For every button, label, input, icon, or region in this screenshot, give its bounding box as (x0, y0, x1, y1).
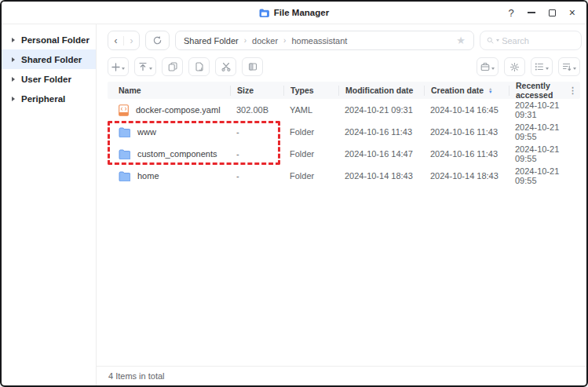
paste-icon (195, 62, 204, 71)
yaml-file-icon (119, 104, 129, 116)
sort-icon (562, 62, 572, 71)
file-accessed: 2024-10-21 09:31 (509, 100, 580, 119)
items-count-label: 4 Items in total (108, 371, 165, 381)
breadcrumb-separator-icon: › (244, 36, 247, 45)
file-type: Folder (283, 171, 338, 181)
close-button[interactable]: × (569, 7, 575, 18)
column-options-icon[interactable]: ⋮ (568, 86, 580, 96)
breadcrumb: Shared Folder › docker › homeassistant ★ (175, 31, 474, 50)
column-header-modification-date[interactable]: Modification date (338, 86, 424, 96)
breadcrumb-segment-docker[interactable]: docker (252, 36, 278, 46)
paste-button[interactable] (188, 57, 210, 76)
copy-icon (168, 62, 177, 71)
history-buttons: ‹ › (108, 31, 140, 50)
caret-down-icon (546, 68, 549, 70)
file-created: 2024-10-16 11:43 (424, 127, 509, 137)
file-table: Name Size Types Modification date Creati… (108, 82, 580, 366)
favorite-star-icon[interactable]: ★ (456, 35, 466, 46)
table-row-custom-components[interactable]: custom_components - Folder 2024-10-16 14… (108, 143, 580, 165)
chevron-right-icon[interactable] (12, 77, 15, 82)
file-accessed: 2024-10-21 09:55 (509, 166, 580, 185)
file-type: YAML (283, 105, 338, 115)
tools-button[interactable] (477, 57, 499, 76)
breadcrumb-segment-shared-folder[interactable]: Shared Folder (184, 36, 239, 46)
view-mode-button[interactable] (531, 57, 553, 76)
cut-scissors-icon (221, 62, 231, 71)
column-header-creation-date[interactable]: Creation date ▲ ▼ (424, 86, 509, 96)
file-created: 2024-10-14 16:45 (424, 105, 509, 115)
table-row-docker-compose-yaml[interactable]: docker-compose.yaml 302.00B YAML 2024-10… (108, 99, 580, 121)
file-modified: 2024-10-16 14:47 (338, 149, 424, 159)
window-controls: ? × (509, 7, 586, 18)
plus-icon (111, 63, 120, 71)
upload-icon (138, 62, 148, 71)
file-name: docker-compose.yaml (136, 105, 221, 115)
chevron-right-icon[interactable] (12, 57, 15, 62)
rename-button[interactable] (242, 57, 263, 76)
column-header-size[interactable]: Size (230, 86, 283, 96)
file-name: www (137, 127, 156, 137)
list-view-icon (535, 62, 544, 71)
chevron-right-icon[interactable] (12, 97, 15, 101)
toolbox-icon (480, 62, 490, 71)
upload-button[interactable] (134, 57, 156, 76)
column-header-name[interactable]: Name (108, 86, 230, 95)
folder-icon (119, 171, 130, 181)
caret-down-icon (122, 68, 125, 70)
caret-down-icon (573, 68, 576, 70)
file-size: 302.00B (230, 105, 283, 115)
main-panel: ‹ › Shared Folder › docker › homeassista… (97, 24, 586, 385)
gear-icon (509, 62, 520, 72)
sort-button[interactable] (558, 57, 580, 76)
cut-button[interactable] (215, 57, 236, 76)
sidebar-item-label: Shared Folder (21, 55, 82, 64)
back-button[interactable]: ‹ (108, 35, 123, 46)
search-scope-caret-icon[interactable] (496, 39, 499, 42)
title-bar: File Manager ? × (2, 2, 586, 24)
folder-icon (119, 127, 130, 137)
column-header-label: Recently accessed (516, 81, 568, 100)
file-modified: 2024-10-21 09:31 (338, 105, 424, 115)
table-body: docker-compose.yaml 302.00B YAML 2024-10… (108, 99, 580, 366)
sidebar-item-label: Peripheral (21, 94, 65, 104)
refresh-button[interactable] (145, 31, 170, 50)
help-button[interactable]: ? (509, 8, 514, 18)
file-modified: 2024-10-14 18:43 (338, 171, 424, 181)
search-icon (487, 36, 494, 45)
sidebar-item-peripheral[interactable]: Peripheral (2, 89, 96, 108)
settings-button[interactable] (504, 57, 525, 76)
table-row-www[interactable]: www - Folder 2024-10-16 11:43 2024-10-16… (108, 121, 580, 143)
caret-down-icon (149, 68, 152, 70)
minimize-button[interactable] (528, 12, 535, 13)
chevron-right-icon[interactable] (12, 38, 15, 42)
column-header-recently-accessed[interactable]: Recently accessed ⋮ (509, 86, 580, 96)
forward-button[interactable]: › (124, 35, 139, 46)
file-manager-window: File Manager ? × Personal Folder Shared … (0, 0, 588, 387)
file-name: home (137, 171, 159, 181)
status-bar: 4 Items in total (97, 366, 586, 385)
breadcrumb-segment-homeassistant[interactable]: homeassistant (291, 36, 347, 46)
sidebar-item-personal-folder[interactable]: Personal Folder (2, 30, 96, 49)
window-title: File Manager (274, 8, 329, 17)
maximize-button[interactable] (549, 9, 556, 16)
file-type: Folder (283, 127, 338, 137)
sort-indicator[interactable]: ▲ ▼ (488, 87, 492, 93)
search-box[interactable] (480, 31, 582, 50)
file-accessed: 2024-10-21 09:55 (509, 122, 580, 141)
file-type: Folder (283, 149, 338, 159)
sidebar-item-label: Personal Folder (21, 35, 89, 45)
sidebar-item-shared-folder[interactable]: Shared Folder (2, 49, 96, 69)
file-name: custom_components (137, 149, 217, 159)
title-area: File Manager (2, 8, 586, 17)
file-size: - (230, 127, 283, 137)
column-header-types[interactable]: Types (283, 86, 338, 96)
table-row-home[interactable]: home - Folder 2024-10-14 18:43 2024-10-1… (108, 165, 580, 187)
file-created: 2024-10-14 18:43 (424, 171, 509, 181)
navigation-bar: ‹ › Shared Folder › docker › homeassista… (97, 24, 586, 53)
search-input[interactable] (502, 36, 575, 46)
copy-button[interactable] (162, 57, 183, 76)
add-button[interactable] (108, 57, 129, 76)
file-created: 2024-10-16 11:43 (424, 149, 509, 159)
app-folder-icon (259, 9, 269, 17)
sidebar-item-user-folder[interactable]: User Folder (2, 69, 96, 89)
